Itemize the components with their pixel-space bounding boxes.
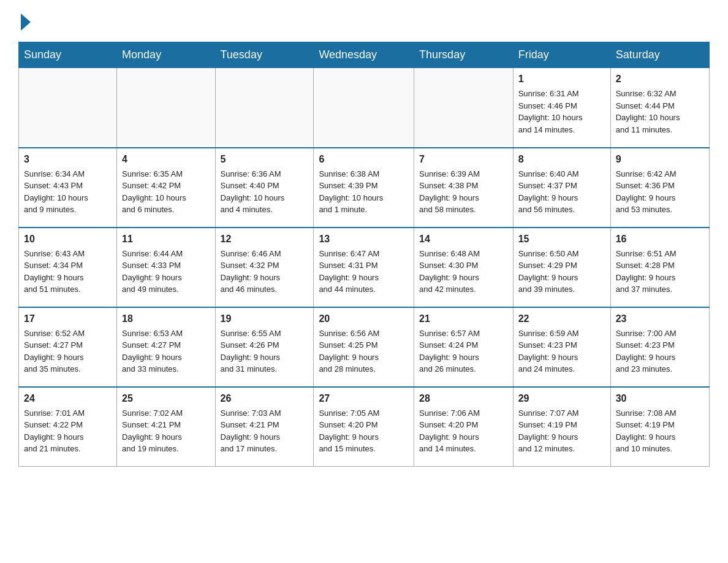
calendar-cell: 29Sunrise: 7:07 AM Sunset: 4:19 PM Dayli… (513, 387, 610, 467)
calendar-cell: 18Sunrise: 6:53 AM Sunset: 4:27 PM Dayli… (117, 307, 215, 387)
day-info: Sunrise: 6:32 AM Sunset: 4:44 PM Dayligh… (616, 89, 680, 134)
day-info: Sunrise: 7:06 AM Sunset: 4:20 PM Dayligh… (419, 408, 480, 454)
calendar-cell: 9Sunrise: 6:42 AM Sunset: 4:36 PM Daylig… (610, 148, 709, 228)
day-info: Sunrise: 6:34 AM Sunset: 4:43 PM Dayligh… (24, 169, 88, 215)
calendar-day-header: Sunday (19, 42, 117, 68)
day-number: 4 (122, 152, 210, 167)
day-number: 29 (518, 391, 605, 406)
day-info: Sunrise: 6:38 AM Sunset: 4:39 PM Dayligh… (319, 169, 383, 215)
calendar-cell: 22Sunrise: 6:59 AM Sunset: 4:23 PM Dayli… (513, 307, 610, 387)
day-number: 5 (221, 152, 309, 167)
calendar-cell (117, 68, 215, 148)
calendar-cell: 26Sunrise: 7:03 AM Sunset: 4:21 PM Dayli… (215, 387, 314, 467)
calendar-table: SundayMondayTuesdayWednesdayThursdayFrid… (18, 42, 710, 467)
day-number: 17 (24, 312, 112, 326)
day-info: Sunrise: 7:02 AM Sunset: 4:21 PM Dayligh… (122, 408, 183, 454)
logo (18, 12, 31, 31)
calendar-week-row: 3Sunrise: 6:34 AM Sunset: 4:43 PM Daylig… (19, 148, 710, 228)
day-number: 19 (221, 312, 309, 326)
calendar-cell: 5Sunrise: 6:36 AM Sunset: 4:40 PM Daylig… (215, 148, 314, 228)
day-number: 10 (24, 232, 112, 247)
calendar-week-row: 10Sunrise: 6:43 AM Sunset: 4:34 PM Dayli… (19, 228, 710, 307)
day-info: Sunrise: 6:53 AM Sunset: 4:27 PM Dayligh… (122, 329, 183, 374)
calendar-cell: 16Sunrise: 6:51 AM Sunset: 4:28 PM Dayli… (610, 228, 709, 307)
calendar-cell: 20Sunrise: 6:56 AM Sunset: 4:25 PM Dayli… (314, 307, 414, 387)
day-info: Sunrise: 6:40 AM Sunset: 4:37 PM Dayligh… (518, 169, 579, 215)
day-info: Sunrise: 6:48 AM Sunset: 4:30 PM Dayligh… (419, 249, 480, 294)
day-info: Sunrise: 6:50 AM Sunset: 4:29 PM Dayligh… (518, 249, 579, 294)
logo-top (18, 12, 31, 31)
calendar-cell: 7Sunrise: 6:39 AM Sunset: 4:38 PM Daylig… (414, 148, 514, 228)
day-number: 16 (616, 232, 704, 247)
day-number: 13 (319, 232, 409, 247)
day-info: Sunrise: 6:51 AM Sunset: 4:28 PM Dayligh… (616, 249, 677, 294)
day-info: Sunrise: 6:52 AM Sunset: 4:27 PM Dayligh… (24, 329, 85, 374)
calendar-day-header: Monday (117, 42, 215, 68)
day-info: Sunrise: 6:36 AM Sunset: 4:40 PM Dayligh… (221, 169, 285, 215)
calendar-cell: 30Sunrise: 7:08 AM Sunset: 4:19 PM Dayli… (610, 387, 709, 467)
day-info: Sunrise: 7:05 AM Sunset: 4:20 PM Dayligh… (319, 408, 379, 454)
day-info: Sunrise: 6:31 AM Sunset: 4:46 PM Dayligh… (518, 89, 583, 134)
day-info: Sunrise: 7:03 AM Sunset: 4:21 PM Dayligh… (221, 408, 281, 454)
day-info: Sunrise: 7:01 AM Sunset: 4:22 PM Dayligh… (24, 408, 85, 454)
calendar-week-row: 24Sunrise: 7:01 AM Sunset: 4:22 PM Dayli… (19, 387, 710, 467)
calendar-day-header: Saturday (610, 42, 709, 68)
day-number: 26 (221, 391, 309, 406)
day-number: 8 (518, 152, 605, 167)
day-number: 25 (122, 391, 210, 406)
calendar-cell: 28Sunrise: 7:06 AM Sunset: 4:20 PM Dayli… (414, 387, 514, 467)
calendar-day-header: Tuesday (215, 42, 314, 68)
day-number: 30 (616, 391, 704, 406)
day-number: 28 (419, 391, 508, 406)
day-info: Sunrise: 6:39 AM Sunset: 4:38 PM Dayligh… (419, 169, 480, 215)
calendar-cell: 14Sunrise: 6:48 AM Sunset: 4:30 PM Dayli… (414, 228, 514, 307)
calendar-cell (19, 68, 117, 148)
calendar-cell: 24Sunrise: 7:01 AM Sunset: 4:22 PM Dayli… (19, 387, 117, 467)
day-info: Sunrise: 7:00 AM Sunset: 4:23 PM Dayligh… (616, 329, 677, 374)
day-number: 22 (518, 312, 605, 326)
day-number: 12 (221, 232, 309, 247)
day-info: Sunrise: 6:55 AM Sunset: 4:26 PM Dayligh… (221, 329, 281, 374)
day-number: 2 (616, 72, 704, 86)
calendar-cell: 10Sunrise: 6:43 AM Sunset: 4:34 PM Dayli… (19, 228, 117, 307)
day-info: Sunrise: 6:47 AM Sunset: 4:31 PM Dayligh… (319, 249, 379, 294)
calendar-cell: 17Sunrise: 6:52 AM Sunset: 4:27 PM Dayli… (19, 307, 117, 387)
day-info: Sunrise: 6:56 AM Sunset: 4:25 PM Dayligh… (319, 329, 379, 374)
day-info: Sunrise: 6:57 AM Sunset: 4:24 PM Dayligh… (419, 329, 480, 374)
calendar-cell: 19Sunrise: 6:55 AM Sunset: 4:26 PM Dayli… (215, 307, 314, 387)
calendar-cell: 15Sunrise: 6:50 AM Sunset: 4:29 PM Dayli… (513, 228, 610, 307)
calendar-cell: 11Sunrise: 6:44 AM Sunset: 4:33 PM Dayli… (117, 228, 215, 307)
day-number: 18 (122, 312, 210, 326)
day-info: Sunrise: 6:44 AM Sunset: 4:33 PM Dayligh… (122, 249, 183, 294)
day-number: 24 (24, 391, 112, 406)
day-info: Sunrise: 7:07 AM Sunset: 4:19 PM Dayligh… (518, 408, 579, 454)
day-number: 23 (616, 312, 704, 326)
calendar-cell: 4Sunrise: 6:35 AM Sunset: 4:42 PM Daylig… (117, 148, 215, 228)
day-number: 27 (319, 391, 409, 406)
calendar-cell: 3Sunrise: 6:34 AM Sunset: 4:43 PM Daylig… (19, 148, 117, 228)
calendar-cell: 27Sunrise: 7:05 AM Sunset: 4:20 PM Dayli… (314, 387, 414, 467)
calendar-day-header: Wednesday (314, 42, 414, 68)
calendar-cell: 8Sunrise: 6:40 AM Sunset: 4:37 PM Daylig… (513, 148, 610, 228)
calendar-cell: 21Sunrise: 6:57 AM Sunset: 4:24 PM Dayli… (414, 307, 514, 387)
calendar-week-row: 17Sunrise: 6:52 AM Sunset: 4:27 PM Dayli… (19, 307, 710, 387)
calendar-week-row: 1Sunrise: 6:31 AM Sunset: 4:46 PM Daylig… (19, 68, 710, 148)
day-number: 9 (616, 152, 704, 167)
day-number: 21 (419, 312, 508, 326)
day-number: 14 (419, 232, 508, 247)
day-info: Sunrise: 7:08 AM Sunset: 4:19 PM Dayligh… (616, 408, 677, 454)
calendar-cell: 6Sunrise: 6:38 AM Sunset: 4:39 PM Daylig… (314, 148, 414, 228)
day-number: 6 (319, 152, 409, 167)
page-header (18, 12, 710, 31)
calendar-cell: 23Sunrise: 7:00 AM Sunset: 4:23 PM Dayli… (610, 307, 709, 387)
day-number: 1 (518, 72, 605, 86)
calendar-day-header: Friday (513, 42, 610, 68)
day-number: 20 (319, 312, 409, 326)
day-info: Sunrise: 6:46 AM Sunset: 4:32 PM Dayligh… (221, 249, 281, 294)
day-number: 15 (518, 232, 605, 247)
logo-arrow-icon (21, 13, 31, 31)
calendar-day-header: Thursday (414, 42, 514, 68)
calendar-cell: 13Sunrise: 6:47 AM Sunset: 4:31 PM Dayli… (314, 228, 414, 307)
day-info: Sunrise: 6:43 AM Sunset: 4:34 PM Dayligh… (24, 249, 85, 294)
calendar-cell (215, 68, 314, 148)
